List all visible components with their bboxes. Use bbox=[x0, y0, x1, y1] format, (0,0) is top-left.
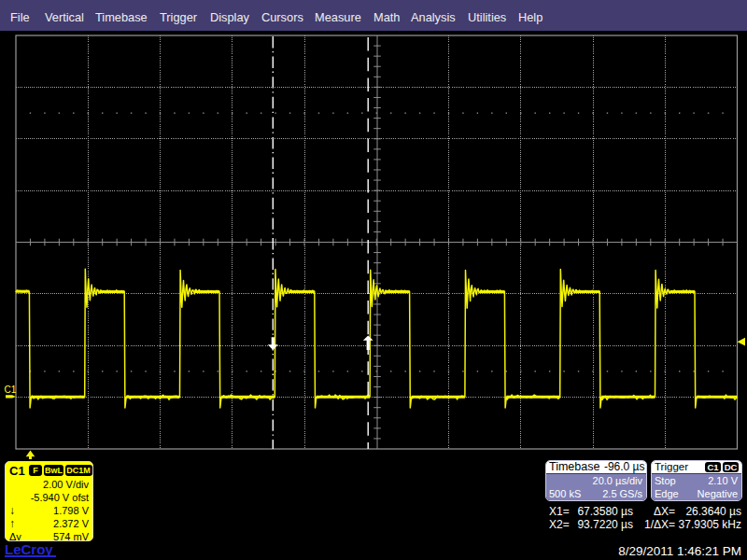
svg-text:C1: C1 bbox=[5, 385, 17, 395]
